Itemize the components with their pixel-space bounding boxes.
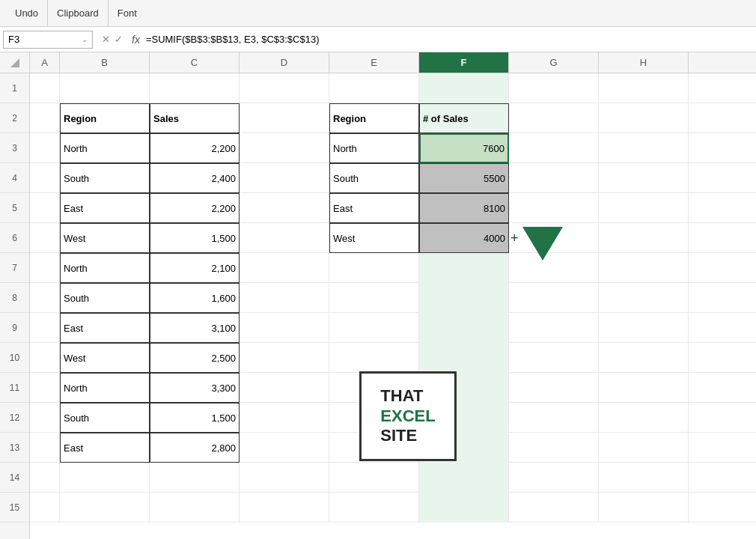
col-header-g[interactable]: G [509, 52, 599, 73]
cell-d13[interactable] [240, 433, 329, 463]
cell-e4[interactable]: South [329, 163, 419, 193]
cell-b11[interactable]: North [60, 373, 150, 403]
cell-b13[interactable]: East [60, 433, 150, 463]
cell-d4[interactable] [240, 163, 329, 193]
cell-g12[interactable] [509, 403, 599, 433]
cell-b6[interactable]: West [60, 223, 150, 253]
col-header-e[interactable]: E [329, 52, 419, 73]
cell-d3[interactable] [240, 133, 329, 163]
row-num-8[interactable]: 8 [0, 283, 29, 313]
cell-f1[interactable] [419, 73, 509, 103]
cell-c11[interactable]: 3,300 [150, 373, 240, 403]
cell-h13[interactable] [599, 433, 689, 463]
row-num-2[interactable]: 2 [0, 103, 29, 133]
row-num-15[interactable]: 15 [0, 493, 29, 523]
cell-b1[interactable] [60, 73, 150, 103]
row-num-10[interactable]: 10 [0, 343, 29, 373]
cell-b2[interactable]: Region [60, 103, 150, 133]
cell-b4[interactable]: South [60, 163, 150, 193]
cell-e7[interactable] [329, 253, 419, 283]
cell-d7[interactable] [240, 253, 329, 283]
row-num-3[interactable]: 3 [0, 133, 29, 163]
cell-e15[interactable] [329, 493, 419, 523]
cell-a13[interactable] [30, 433, 60, 463]
cell-h15[interactable] [599, 493, 689, 523]
cell-h1[interactable] [599, 73, 689, 103]
cell-a3[interactable] [30, 133, 60, 163]
cell-d2[interactable] [240, 103, 329, 133]
col-header-d[interactable]: D [240, 52, 329, 73]
cell-d5[interactable] [240, 193, 329, 223]
cell-f7[interactable] [419, 253, 509, 283]
cell-a8[interactable] [30, 283, 60, 313]
cell-f8[interactable] [419, 283, 509, 313]
cell-g8[interactable] [509, 283, 599, 313]
cell-d12[interactable] [240, 403, 329, 433]
cell-f6[interactable]: 4000 [419, 223, 509, 253]
cell-d6[interactable] [240, 223, 329, 253]
cell-b5[interactable]: East [60, 193, 150, 223]
cell-a11[interactable] [30, 373, 60, 403]
cell-f15[interactable] [419, 493, 509, 523]
cell-f9[interactable] [419, 313, 509, 343]
row-num-12[interactable]: 12 [0, 403, 29, 433]
cell-c15[interactable] [150, 493, 240, 523]
cell-h3[interactable] [599, 133, 689, 163]
cell-f3[interactable]: 7600 [419, 133, 509, 163]
cell-e6[interactable]: West [329, 223, 419, 253]
cell-a12[interactable] [30, 403, 60, 433]
col-header-c[interactable]: C [150, 52, 240, 73]
cell-g3[interactable] [509, 133, 599, 163]
cell-a9[interactable] [30, 313, 60, 343]
cell-d10[interactable] [240, 343, 329, 373]
cell-g11[interactable] [509, 373, 599, 403]
confirm-formula-button[interactable]: ✓ [115, 34, 123, 45]
row-num-7[interactable]: 7 [0, 253, 29, 283]
cell-g2[interactable] [509, 103, 599, 133]
cell-g14[interactable] [509, 463, 599, 493]
cell-a1[interactable] [30, 73, 60, 103]
cell-h11[interactable] [599, 373, 689, 403]
cell-f5[interactable]: 8100 [419, 193, 509, 223]
cell-c14[interactable] [150, 463, 240, 493]
row-num-1[interactable]: 1 [0, 73, 29, 103]
cell-c13[interactable]: 2,800 [150, 433, 240, 463]
cell-e14[interactable] [329, 463, 419, 493]
cell-f2[interactable]: # of Sales [419, 103, 509, 133]
cell-d8[interactable] [240, 283, 329, 313]
cell-a10[interactable] [30, 343, 60, 373]
col-header-f[interactable]: F [419, 52, 509, 73]
cell-h5[interactable] [599, 193, 689, 223]
cell-h4[interactable] [599, 163, 689, 193]
col-header-b[interactable]: B [60, 52, 150, 73]
row-num-4[interactable]: 4 [0, 163, 29, 193]
cell-f14[interactable] [419, 463, 509, 493]
cell-c8[interactable]: 1,600 [150, 283, 240, 313]
cell-h10[interactable] [599, 343, 689, 373]
formula-input[interactable] [143, 32, 753, 46]
cell-a2[interactable] [30, 103, 60, 133]
cell-c9[interactable]: 3,100 [150, 313, 240, 343]
undo-button[interactable]: Undo [6, 0, 48, 26]
cell-a6[interactable] [30, 223, 60, 253]
cell-e3[interactable]: North [329, 133, 419, 163]
cell-h12[interactable] [599, 403, 689, 433]
cell-e2[interactable]: Region [329, 103, 419, 133]
cell-f10[interactable] [419, 343, 509, 373]
cell-g1[interactable] [509, 73, 599, 103]
row-num-9[interactable]: 9 [0, 313, 29, 343]
name-box[interactable]: F3 ⌄ [3, 31, 93, 49]
cell-a4[interactable] [30, 163, 60, 193]
cell-h2[interactable] [599, 103, 689, 133]
cell-b9[interactable]: East [60, 313, 150, 343]
cell-a5[interactable] [30, 193, 60, 223]
cell-b7[interactable]: North [60, 253, 150, 283]
cell-b10[interactable]: West [60, 343, 150, 373]
cell-d14[interactable] [240, 463, 329, 493]
cell-c1[interactable] [150, 73, 240, 103]
cell-e10[interactable] [329, 343, 419, 373]
cell-e5[interactable]: East [329, 193, 419, 223]
cell-d15[interactable] [240, 493, 329, 523]
cell-c10[interactable]: 2,500 [150, 343, 240, 373]
cell-h14[interactable] [599, 463, 689, 493]
